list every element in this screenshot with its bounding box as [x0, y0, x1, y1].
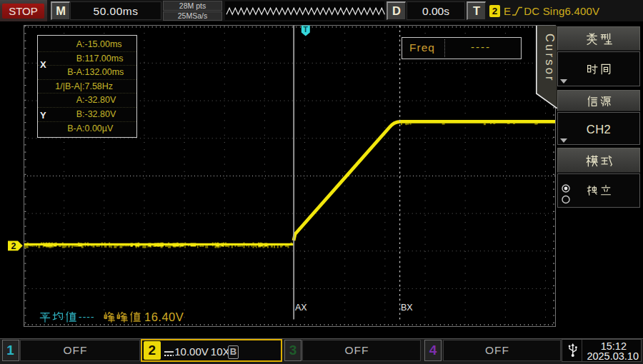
svg-text:2: 2 — [11, 241, 16, 251]
svg-text:T: T — [304, 25, 309, 34]
